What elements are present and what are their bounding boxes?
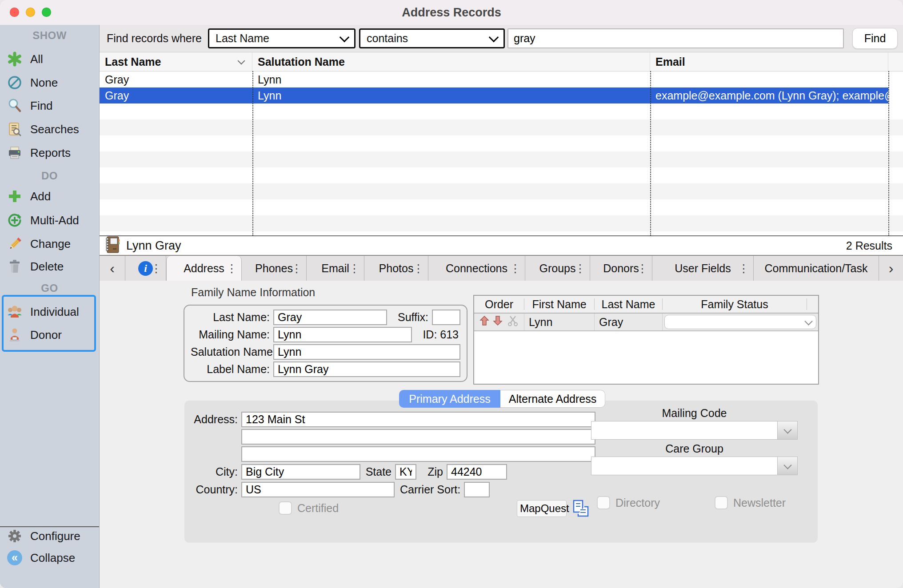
family-member-row[interactable]: Lynn Gray [474, 314, 818, 331]
sidebar-item-find[interactable]: Find [0, 97, 99, 115]
table-row-selected[interactable]: Gray Lynn example@example.com (Lynn Gray… [100, 87, 903, 103]
column-separator[interactable] [252, 71, 253, 235]
sidebar-item-change[interactable]: Change [0, 235, 99, 253]
tab-phones[interactable]: Phones ⋮ [242, 256, 307, 281]
tab-photos[interactable]: Photos ⋮ [364, 256, 428, 281]
tab-menu-dots-icon[interactable]: ⋮ [226, 263, 237, 274]
chevron-down-icon [777, 457, 797, 475]
tab-menu-dots-icon[interactable]: ⋮ [349, 263, 360, 274]
tab-menu-dots-icon[interactable]: ⋮ [510, 263, 521, 274]
zip-field[interactable] [447, 464, 507, 480]
sidebar-item-none[interactable]: None [0, 74, 99, 91]
tab-user-fields[interactable]: User Fields ⋮ [652, 256, 754, 281]
address-line2-field[interactable] [241, 429, 595, 445]
directory-checkbox[interactable] [597, 496, 610, 509]
care-group-label: Care Group [591, 442, 798, 455]
field-dropdown[interactable]: Last Name [208, 28, 356, 48]
sidebar-item-multi-add[interactable]: Multi-Add [0, 211, 99, 229]
tab-info[interactable]: i ⋮ [125, 256, 166, 281]
tab-address[interactable]: Address ⋮ [166, 256, 242, 281]
minimize-window-icon[interactable] [26, 8, 35, 17]
tab-menu-dots-icon[interactable]: ⋮ [637, 263, 648, 274]
sidebar-item-label: Individual [30, 305, 79, 319]
column-separator[interactable] [650, 71, 651, 235]
tab-menu-dots-icon[interactable]: ⋮ [291, 263, 302, 274]
city-field[interactable] [241, 464, 360, 480]
alternate-address-tab[interactable]: Alternate Address [500, 390, 605, 408]
family-status-dropdown[interactable] [664, 315, 816, 329]
sidebar-item-individual[interactable]: Individual [0, 303, 99, 321]
results-table: Last Name Salutation Name Email Gray Lyn… [100, 52, 903, 235]
carrier-sort-field[interactable] [464, 482, 490, 497]
sidebar-item-configure[interactable]: Configure [0, 527, 99, 545]
tab-connections[interactable]: Connections ⋮ [428, 256, 525, 281]
table-row[interactable]: Gray Lynn [100, 72, 903, 87]
tab-groups[interactable]: Groups ⋮ [525, 256, 590, 281]
operator-dropdown[interactable]: contains [359, 28, 505, 48]
suffix-label: Suffix: [398, 311, 428, 324]
move-up-icon[interactable] [479, 315, 490, 329]
sidebar-item-collapse[interactable]: « Collapse [0, 549, 99, 567]
scissors-icon[interactable] [507, 315, 519, 329]
sidebar-item-reports[interactable]: Reports [0, 144, 99, 162]
column-header-email[interactable]: Email [650, 52, 888, 71]
sidebar-item-add[interactable]: Add [0, 187, 99, 205]
sidebar-item-label: Change [30, 237, 71, 251]
salutation-name-field[interactable] [273, 344, 460, 360]
zoom-window-icon[interactable] [42, 8, 51, 17]
mailing-code-dropdown[interactable] [591, 421, 798, 440]
mailing-name-label: Mailing Name: [191, 328, 270, 341]
column-header-last-name[interactable]: Last Name [100, 52, 252, 71]
address-line3-field[interactable] [241, 446, 595, 462]
certified-checkbox[interactable] [279, 501, 292, 515]
sidebar-item-donor[interactable]: Donor [0, 326, 99, 344]
last-name-field[interactable] [273, 310, 387, 325]
search-query-input[interactable] [507, 28, 844, 48]
copy-address-icon[interactable] [572, 499, 590, 520]
move-down-icon[interactable] [492, 315, 503, 329]
label-name-field[interactable] [273, 362, 460, 377]
tab-menu-dots-icon[interactable]: ⋮ [151, 263, 162, 274]
sort-chevron-icon [238, 57, 245, 65]
tab-menu-dots-icon[interactable]: ⋮ [413, 263, 424, 274]
find-records-where-label: Find records where [107, 32, 202, 45]
tab-communication-task[interactable]: Communication/Task [754, 256, 879, 281]
sidebar-item-delete[interactable]: Delete [0, 258, 99, 275]
primary-address-tab[interactable]: Primary Address [399, 390, 500, 408]
member-first-name: Lynn [524, 314, 595, 330]
tab-menu-dots-icon[interactable]: ⋮ [738, 263, 749, 274]
people-icon [7, 304, 23, 320]
family-status-cell [663, 314, 818, 330]
record-name: Lynn Gray [126, 239, 181, 253]
results-count: 2 Results [846, 239, 892, 252]
table-row-empty [100, 199, 903, 215]
mailing-code-value [591, 421, 777, 439]
tab-donors[interactable]: Donors ⋮ [590, 256, 652, 281]
close-window-icon[interactable] [10, 8, 19, 17]
tab-email[interactable]: Email ⋮ [307, 256, 364, 281]
newsletter-checkbox[interactable] [715, 496, 728, 509]
find-button[interactable]: Find [852, 28, 898, 49]
mailing-name-field[interactable] [273, 327, 412, 342]
family-members-header: Order First Name Last Name Family Status [474, 296, 818, 314]
column-header-salutation-name[interactable]: Salutation Name [252, 52, 650, 71]
table-row-empty [100, 167, 903, 183]
chevron-down-icon [340, 32, 350, 42]
suffix-field[interactable] [432, 310, 460, 325]
sidebar-item-searches[interactable]: Searches [0, 120, 99, 138]
tab-menu-dots-icon[interactable]: ⋮ [575, 263, 586, 274]
sidebar-item-all[interactable]: All [0, 50, 99, 68]
tab-scroll-right[interactable]: › [879, 256, 903, 281]
country-field[interactable] [241, 482, 395, 497]
certified-label: Certified [297, 502, 339, 515]
column-separator[interactable] [888, 71, 889, 235]
printer-icon [7, 145, 23, 161]
care-group-dropdown[interactable] [591, 457, 798, 475]
address-type-segmented-control: Primary Address Alternate Address [399, 390, 605, 408]
mapquest-button[interactable]: MapQuest [517, 500, 567, 517]
state-field[interactable] [395, 464, 416, 480]
tab-scroll-left[interactable]: ‹ [100, 256, 125, 281]
plus-icon [7, 188, 23, 204]
address-line1-field[interactable] [241, 412, 595, 427]
country-label: Country: [184, 483, 238, 496]
